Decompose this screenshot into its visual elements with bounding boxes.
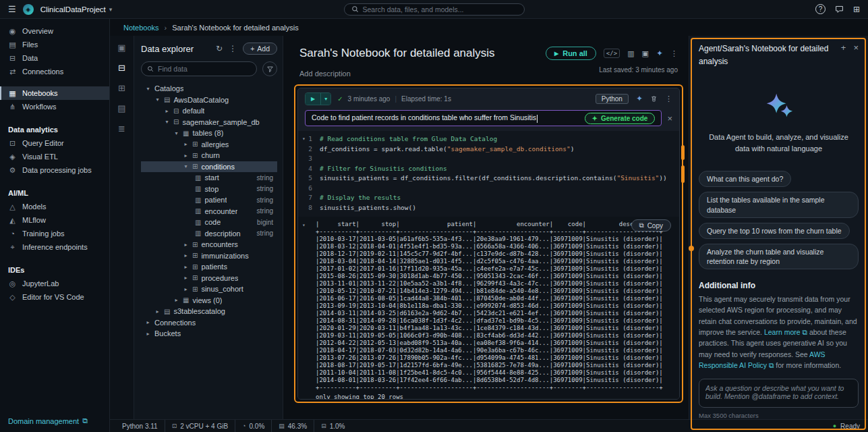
sidebar-item-query-editor[interactable]: ⊡ Query Editor (0, 136, 109, 150)
tree-column-description[interactable]: ▥ description string (141, 228, 277, 240)
filter-funnel-icon[interactable] (262, 61, 277, 76)
outline-panel-icon[interactable]: ≣ (118, 124, 125, 134)
code-editor[interactable]: ▾ 1# Read conditions table from Glue Dat… (298, 131, 679, 217)
delete-cell-icon[interactable] (650, 95, 658, 103)
find-data-input[interactable] (158, 65, 251, 73)
collapse-output-icon[interactable]: ▾ (302, 222, 306, 228)
tree-column-encounter[interactable]: ▥ encounter string (141, 206, 277, 217)
sidebar-item-models[interactable]: △ Models (0, 200, 109, 213)
agent-suggestion-chip[interactable]: Query the top 10 rows from the churn tab… (699, 223, 850, 239)
top-bar: ☰ ◈ ClinicalDataProject ▾ ? ⊞ (0, 0, 868, 19)
run-cell-button[interactable]: ▶ ▾ (305, 92, 331, 105)
kernel-selector[interactable]: Python (596, 94, 629, 104)
tree-node-buckets[interactable]: ▸ Buckets (141, 328, 277, 340)
ai-sparkle-icon[interactable]: ✦ (636, 94, 643, 103)
annotation-handle[interactable] (681, 145, 685, 160)
tree-node-sinus-cohort[interactable]: ▸ ⊞ sinus_cohort (141, 284, 277, 295)
status-python-version[interactable]: Python 3.11 (115, 420, 165, 432)
domain-management-link[interactable]: Domain management ⧉ (0, 412, 109, 432)
tree-node-procedures[interactable]: ▸ ⊞ procedures (141, 273, 277, 284)
tree-node-churn[interactable]: ▸ ⊞ churn (141, 150, 277, 161)
agent-input-box[interactable] (699, 379, 859, 408)
collapse-code-icon[interactable]: ▾ (302, 136, 306, 142)
agent-suggestion-chip[interactable]: What can this agent do? (699, 171, 791, 187)
generate-code-button[interactable]: ✦ Generate code (585, 113, 656, 124)
annotation-handle[interactable] (681, 165, 685, 183)
feedback-icon[interactable] (835, 5, 844, 14)
sidebar-item-training-jobs[interactable]: ◔ Training jobs (0, 227, 109, 240)
sidebar-item-visual-etl[interactable]: ◈ Visual ETL (0, 150, 109, 163)
app-logo-icon[interactable]: ◈ (23, 4, 34, 15)
sidebar-item-connections[interactable]: ⇄ Connections (0, 65, 109, 78)
sidebar-item-vscode-editor[interactable]: ◇ Editor for VS Code (0, 290, 109, 304)
ai-sparkle-icon[interactable]: ✦ (656, 49, 663, 58)
tree-column-patient[interactable]: ▥ patient string (141, 194, 277, 206)
split-view-icon[interactable]: ▥ (627, 49, 634, 58)
tree-node-views[interactable]: ▸ ▦ views (0) (141, 295, 277, 306)
tree-node-sagemaker-sample-db[interactable]: ▾ ⊟ sagemaker_sample_db (141, 117, 277, 128)
status-memory-usage[interactable]: ▤ 46.3% (272, 420, 314, 432)
tree-node-catalogs[interactable]: ▾ Catalogs (141, 83, 277, 94)
global-search-box[interactable] (344, 3, 525, 16)
output-line: |2013-07-26|2013-07-26|17890b05-902a-4fc… (316, 354, 679, 362)
global-search-input[interactable] (363, 5, 517, 14)
code-view-icon[interactable]: </> (604, 49, 620, 58)
ai-prompt-input[interactable]: Code to find patient records in conditio… (305, 110, 662, 126)
snapshot-icon[interactable]: ▣ (642, 49, 649, 58)
kebab-menu-icon[interactable]: ⋮ (665, 94, 672, 103)
status-kernel-state[interactable]: ● Ready (833, 423, 863, 430)
tree-node-encounters[interactable]: ▸ ⊞ encounters (141, 239, 277, 250)
run-all-button[interactable]: ▶ Run all (546, 47, 596, 60)
snippets-panel-icon[interactable]: ⊞ (118, 83, 125, 93)
kebab-menu-icon[interactable]: ⋮ (229, 44, 237, 53)
tree-column-code[interactable]: ▥ code bigint (141, 217, 277, 228)
find-data-box[interactable] (141, 61, 257, 76)
files-panel-icon[interactable]: ▤ (117, 103, 125, 113)
sidebar-section-aiml: AI/ML (0, 186, 109, 200)
status-disk-usage[interactable]: ⊟ 1.0% (314, 420, 351, 432)
tree-node-s3tablescatalog[interactable]: ▸ ▤ s3tablescatalog (141, 306, 277, 317)
status-compute[interactable]: ⊡ 2 vCPU + 4 GiB (165, 420, 235, 432)
annotation-handle[interactable] (689, 246, 694, 251)
sidebar-toggle-icon[interactable]: ☰ (8, 4, 16, 14)
close-icon[interactable]: × (853, 43, 859, 68)
kebab-menu-icon[interactable]: ⋮ (670, 49, 678, 58)
sidebar-item-workflows[interactable]: ⋔ Workflows (0, 100, 109, 113)
tree-node-conditions[interactable]: ▾ ⊞ conditions (141, 161, 277, 173)
learn-more-link[interactable]: Learn more ⧉ (764, 328, 807, 336)
sidebar-item-data[interactable]: ⊟ Data (0, 51, 109, 65)
tree-node-allergies[interactable]: ▸ ⊞ allergies (141, 139, 277, 151)
tree-column-start[interactable]: ▥ start string (141, 172, 277, 184)
sidebar-item-notebooks[interactable]: ▦ Notebooks (0, 86, 109, 100)
tree-node-connections[interactable]: ▸ Connections (141, 317, 277, 329)
agent-suggestion-chip[interactable]: List the tables available in the sample … (699, 192, 859, 217)
agent-question-input[interactable] (705, 384, 852, 402)
search-icon (351, 5, 359, 13)
tree-node-default[interactable]: ▸ ⊟ default (141, 105, 277, 117)
add-description-field[interactable]: Add description (299, 70, 495, 78)
refresh-icon[interactable]: ↻ (216, 44, 223, 53)
sidebar-item-jupyterlab[interactable]: ◎ JupyterLab (0, 277, 109, 290)
apps-grid-icon[interactable]: ⊞ (853, 5, 860, 14)
close-icon[interactable]: × (667, 113, 672, 124)
sidebar-item-inference-endpoints[interactable]: ⌖ Inference endpoints (0, 240, 109, 254)
agent-suggestion-chip[interactable]: Analyze the churn table and visualize re… (699, 244, 859, 269)
tree-node-patients[interactable]: ▸ ⊞ patients (141, 261, 277, 273)
data-explorer-panel-icon[interactable]: ⊟ (118, 63, 125, 73)
sidebar-item-files[interactable]: ▤ Files (0, 38, 109, 51)
help-icon[interactable]: ? (815, 4, 826, 14)
add-data-button[interactable]: + Add (243, 43, 277, 55)
tree-column-stop[interactable]: ▥ stop string (141, 184, 277, 195)
tree-node-immunizations[interactable]: ▸ ⊞ immunizations (141, 250, 277, 262)
notebook-panel-icon[interactable]: ▣ (117, 43, 125, 53)
sidebar-item-mlflow[interactable]: ◭ MLflow (0, 213, 109, 227)
project-switcher[interactable]: ClinicalDataProject ▾ (40, 5, 113, 14)
tree-node-tables[interactable]: ▾ ▦ tables (8) (141, 128, 277, 139)
sidebar-item-overview[interactable]: ◉ Overview (0, 24, 109, 38)
copy-output-button[interactable]: ⧉ Copy (631, 219, 672, 232)
status-cpu-usage[interactable]: ◔ 0.0% (235, 420, 272, 432)
tree-node-awsdatacatalog[interactable]: ▾ ▤ AwsDataCatalog (141, 94, 277, 106)
breadcrumb-notebooks-link[interactable]: Notebooks (123, 24, 159, 32)
new-chat-icon[interactable]: + (841, 43, 846, 68)
sidebar-item-data-processing-jobs[interactable]: ⚙ Data processing jobs (0, 163, 109, 177)
